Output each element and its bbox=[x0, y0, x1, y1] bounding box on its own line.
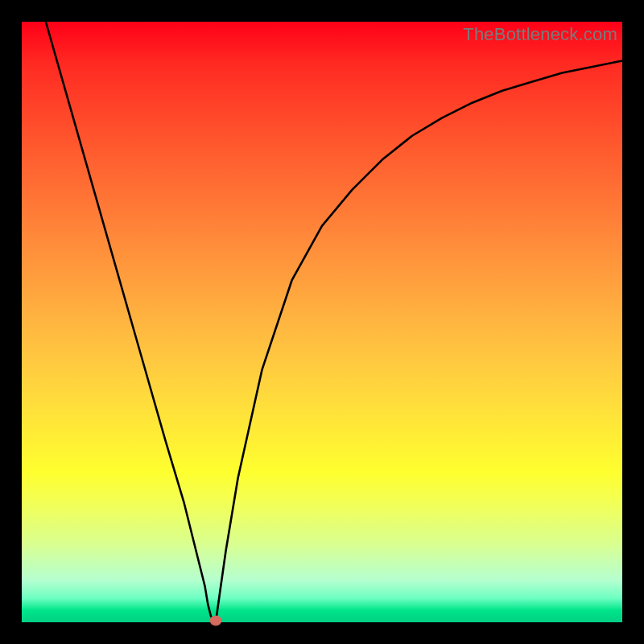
plot-area: TheBottleneck.com bbox=[22, 22, 622, 622]
curve-svg bbox=[22, 22, 622, 622]
bottleneck-curve-path bbox=[46, 22, 622, 622]
chart-container: TheBottleneck.com bbox=[0, 0, 644, 644]
optimum-marker bbox=[209, 615, 221, 625]
